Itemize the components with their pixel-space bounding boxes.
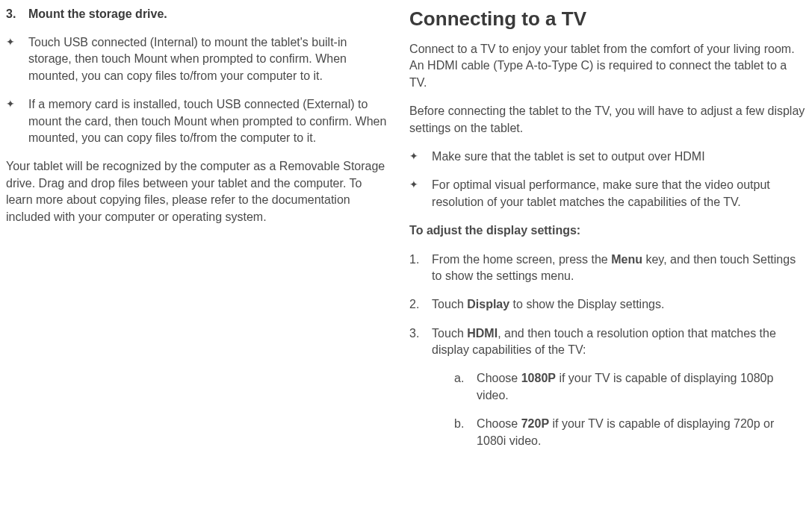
step-text: From the home screen, press the Menu key… <box>432 252 806 285</box>
step-number: 2. <box>409 296 432 313</box>
section-heading: Connecting to a TV <box>409 7 806 31</box>
list-item: 1. From the home screen, press the Menu … <box>409 252 806 285</box>
bullet-text: Touch USB connected (Internal) to mount … <box>28 34 387 84</box>
left-paragraph: Your tablet will be recognized by the co… <box>6 158 387 225</box>
list-item: 3. Touch HDMI, and then touch a resoluti… <box>409 325 806 461</box>
list-item: a. Choose 1080P if your TV is capable of… <box>454 370 806 404</box>
right-bullet-list: ✦ Make sure that the tablet is set to ou… <box>409 149 806 210</box>
alpha-number: b. <box>454 416 477 449</box>
step-number: 1. <box>409 252 432 285</box>
step-title: Mount the storage drive. <box>28 7 167 21</box>
step-number: 3. <box>409 325 432 461</box>
step-3-heading: 3. Mount the storage drive. <box>6 7 387 21</box>
star-icon: ✦ <box>6 34 28 84</box>
pre-list-paragraph: Before connecting the tablet to the TV, … <box>409 103 806 137</box>
list-item: ✦ For optimal visual performance, make s… <box>409 177 806 210</box>
bullet-text: For optimal visual performance, make sur… <box>432 177 806 210</box>
alpha-sublist: a. Choose 1080P if your TV is capable of… <box>454 370 806 449</box>
step-number: 3. <box>6 7 28 21</box>
substep-text: Choose 1080P if your TV is capable of di… <box>477 370 806 404</box>
list-item: b. Choose 720P if your TV is capable of … <box>454 416 806 449</box>
substep-text: Choose 720P if your TV is capable of dis… <box>477 416 806 449</box>
alpha-number: a. <box>454 370 477 404</box>
adjust-heading: To adjust the display settings: <box>409 222 806 239</box>
intro-paragraph: Connect to a TV to enjoy your tablet fro… <box>409 41 806 91</box>
list-item: 2. Touch Display to show the Display set… <box>409 296 806 313</box>
star-icon: ✦ <box>409 149 432 165</box>
star-icon: ✦ <box>409 177 432 210</box>
list-item: ✦ Touch USB connected (Internal) to moun… <box>6 34 387 84</box>
step-text: Touch Display to show the Display settin… <box>432 296 806 313</box>
numbered-steps: 1. From the home screen, press the Menu … <box>409 252 806 462</box>
left-bullet-list: ✦ Touch USB connected (Internal) to moun… <box>6 34 387 146</box>
bullet-text: Make sure that the tablet is set to outp… <box>432 149 806 165</box>
list-item: ✦ Make sure that the tablet is set to ou… <box>409 149 806 165</box>
step-text: Touch HDMI, and then touch a resolution … <box>432 325 806 461</box>
bullet-text: If a memory card is installed, touch USB… <box>28 96 387 146</box>
list-item: ✦ If a memory card is installed, touch U… <box>6 96 387 146</box>
star-icon: ✦ <box>6 96 28 146</box>
